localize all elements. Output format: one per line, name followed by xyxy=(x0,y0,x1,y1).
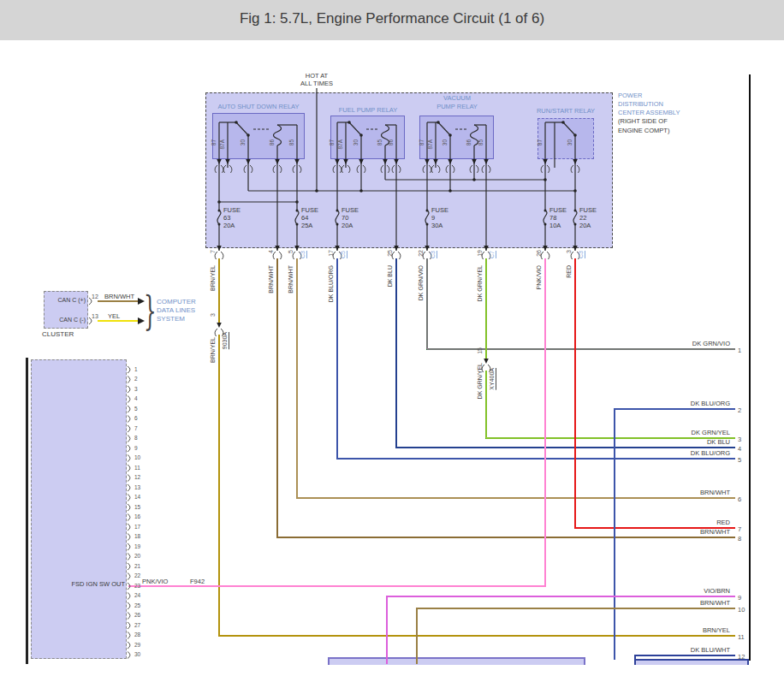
relay-name-fuel-pump: FUEL PUMP RELAY xyxy=(322,107,414,115)
left-connector-pin-number: 29 xyxy=(134,642,140,648)
arrow-down-icon xyxy=(484,359,489,364)
fuse-label: FUSE7810A xyxy=(549,206,567,229)
left-connector-pin-number: 20 xyxy=(134,553,140,559)
arrow-down-icon xyxy=(217,323,222,328)
connector-bump-icon xyxy=(446,165,448,173)
relay-pin-label: 86 xyxy=(270,139,276,145)
relay-pin-label: 30 xyxy=(353,139,359,145)
pin23-circuit-label: F942 xyxy=(190,578,205,586)
arrow-down-icon xyxy=(275,246,280,251)
cluster-wire-brnwht-label: BRN/WHT xyxy=(104,294,134,301)
left-connector-pin-number: 18 xyxy=(134,533,140,539)
arrow-down-icon xyxy=(425,246,430,251)
arrow-down-icon xyxy=(246,159,251,164)
left-connector-pin-number: 6 xyxy=(134,415,138,421)
arrow-down-icon xyxy=(335,246,340,251)
pdc-pin-number: 26 xyxy=(536,250,542,257)
connector-bump-icon xyxy=(398,252,401,259)
relay-pin-label: 87 xyxy=(211,139,217,145)
connector-bump-icon xyxy=(381,165,383,173)
cluster-name-label: CLUSTER xyxy=(42,330,74,338)
fuse-label-line: 70 xyxy=(342,214,348,222)
left-connector-pin-bump xyxy=(128,573,130,580)
right-wire-label: DK BLU/WHT xyxy=(629,647,730,655)
connector-bump-icon xyxy=(339,165,342,173)
diagram-line xyxy=(349,122,361,135)
fuse-label-line: 9 xyxy=(431,214,435,222)
left-connector-pin-number: 14 xyxy=(134,494,140,500)
left-connector-pin-bump xyxy=(128,504,130,511)
pdc-pin-wire-name: DK BLU/ORG xyxy=(328,265,334,302)
fuse-icon xyxy=(543,211,547,224)
relay-pin-label: 87 xyxy=(538,139,543,145)
pdc-pin-number: 5 xyxy=(288,250,294,253)
left-connector-pin-bump xyxy=(128,593,130,600)
hot-at-label: HOT AT ALL TIMES xyxy=(291,73,342,87)
connector-bump-icon xyxy=(333,165,336,173)
left-connector-pin-bump xyxy=(128,514,130,521)
right-wire-label: RED xyxy=(629,519,730,527)
connector-bump-icon xyxy=(363,165,365,173)
hot-line2: ALL TIMES xyxy=(300,80,333,87)
pdc-pin-connector: C5 xyxy=(340,251,346,258)
wire-dk-grn-vio-pin22 xyxy=(427,258,735,349)
pdc-pin-number: 25 xyxy=(387,250,393,257)
relay-pin-label: 87A xyxy=(428,139,434,150)
arrow-down-icon xyxy=(394,159,399,164)
relay-pin-label: 87A xyxy=(338,139,344,150)
left-connector-pin-bump xyxy=(128,652,130,659)
connector-bump-icon xyxy=(221,165,223,173)
cluster-pin-13: 13 xyxy=(92,313,98,320)
pdc-pin-number: 19 xyxy=(477,250,483,257)
connector-bump-icon xyxy=(488,165,490,173)
connector-bump-icon xyxy=(221,252,223,259)
pdc-pin-connector: C3 xyxy=(430,251,436,258)
junction-dot xyxy=(448,189,452,193)
left-connector-pin-number: 3 xyxy=(134,386,138,392)
pdc-pin-number: 7 xyxy=(210,250,216,253)
cluster-pin-12: 12 xyxy=(92,294,98,300)
arrow-down-icon xyxy=(433,159,438,164)
pdc-pin-number: 4 xyxy=(268,250,274,253)
connector-bump-icon xyxy=(437,165,440,173)
connector-bump-icon xyxy=(279,165,282,173)
left-connector-pin-bump xyxy=(128,602,130,609)
pdc-pin-wire-name: RED xyxy=(566,265,572,278)
left-connector-pin-number: 7 xyxy=(134,425,138,431)
pin23-wire-label: PNK/VIO xyxy=(142,578,168,586)
left-connector-pin-number: 27 xyxy=(134,622,140,628)
fuse-label-line: FUSE xyxy=(579,206,597,214)
arrow-down-icon xyxy=(394,246,399,251)
relay-name-vacuum-1: VACUUM xyxy=(411,95,503,103)
right-wire-number: 8 xyxy=(738,536,741,543)
connector-bump-icon xyxy=(244,165,246,173)
connector-bump-icon xyxy=(392,165,395,173)
fuse-label-line: 78 xyxy=(549,214,556,222)
left-connector-pin-bump xyxy=(128,366,130,373)
diagram-line xyxy=(438,122,450,135)
connector-bump-icon xyxy=(571,165,573,173)
right-wire-number: 3 xyxy=(738,436,741,444)
left-connector-pin-number: 25 xyxy=(134,602,140,608)
connector-bump-icon xyxy=(357,165,359,173)
connector-bump-icon xyxy=(223,165,226,173)
fuse-label-line: FUSE xyxy=(342,206,359,214)
left-connector-pin-number: 10 xyxy=(134,454,140,460)
left-connector-pin-bump xyxy=(128,377,130,383)
junction-dot xyxy=(472,178,476,181)
wire-dk-blu-pin25 xyxy=(396,258,735,448)
fuse-label-line: 20A xyxy=(342,222,353,229)
screenshot-root: Fig 1: 5.7L, Engine Performance Circuit … xyxy=(0,0,784,682)
pdc-pin-wire-name: DK GRN/YEL xyxy=(477,265,483,301)
fuse-label: FUSE2220A xyxy=(579,206,597,229)
connector-bump-icon xyxy=(273,165,276,173)
right-wire-number: 7 xyxy=(738,526,741,534)
relay-pin-label: 87 xyxy=(419,139,425,145)
left-connector-pin-number: 22 xyxy=(134,572,140,578)
left-connector-pin-bump xyxy=(128,386,130,393)
junction-dot xyxy=(359,189,363,193)
pdc-pin-wire-name: PNK/VIO xyxy=(536,265,542,289)
inline-connector-id: 9030A xyxy=(222,332,228,349)
left-connector-pin-bump xyxy=(128,543,130,550)
arrow-down-icon xyxy=(425,159,430,164)
